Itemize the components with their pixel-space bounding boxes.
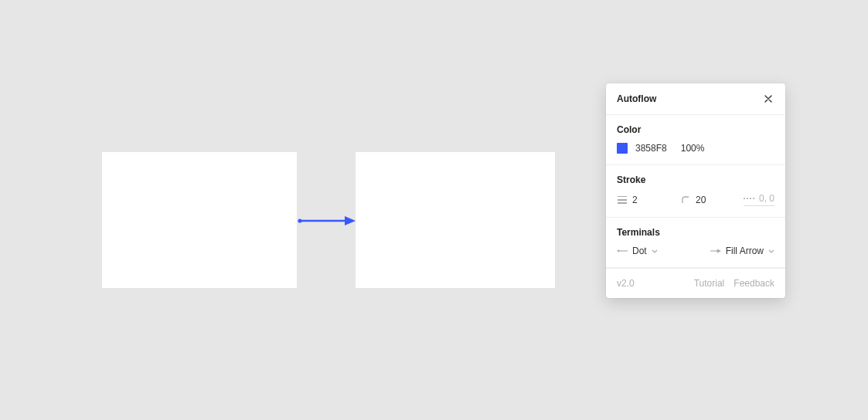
- panel-title: Autoflow: [617, 93, 656, 104]
- feedback-link[interactable]: Feedback: [734, 278, 774, 289]
- stroke-weight-value: 2: [632, 195, 646, 205]
- corner-radius-field[interactable]: 20: [680, 195, 710, 205]
- close-button[interactable]: [762, 93, 774, 105]
- dash-pattern-value: 0, 0: [759, 193, 774, 204]
- start-terminal-label: Dot: [632, 246, 647, 256]
- color-hex-input[interactable]: 3858F8: [635, 143, 667, 154]
- chevron-down-icon: [768, 249, 774, 253]
- corner-radius-value: 20: [696, 195, 710, 205]
- color-swatch[interactable]: [617, 143, 628, 154]
- color-section: Color 3858F8 100%: [606, 115, 785, 165]
- frame-a[interactable]: [102, 152, 297, 288]
- version-label: v2.0: [617, 278, 685, 289]
- corner-radius-icon: [680, 195, 691, 205]
- svg-point-10: [618, 250, 620, 252]
- panel-footer: v2.0 Tutorial Feedback: [606, 268, 785, 298]
- panel-header: Autoflow: [606, 83, 785, 115]
- terminals-section: Terminals Dot: [606, 218, 785, 268]
- stroke-section: Stroke 2 20: [606, 165, 785, 218]
- start-terminal-icon: [617, 246, 628, 256]
- svg-rect-9: [753, 198, 754, 199]
- svg-rect-5: [618, 202, 627, 204]
- close-icon: [764, 94, 773, 103]
- svg-rect-4: [618, 199, 627, 201]
- end-terminal-icon: [710, 246, 721, 256]
- chevron-down-icon: [652, 249, 658, 253]
- svg-marker-2: [345, 216, 356, 225]
- stroke-weight-field[interactable]: 2: [617, 195, 646, 205]
- svg-rect-7: [747, 198, 748, 199]
- svg-rect-6: [744, 198, 745, 199]
- start-terminal-select[interactable]: Dot: [617, 246, 658, 256]
- terminals-section-title: Terminals: [617, 227, 774, 238]
- svg-rect-8: [750, 198, 751, 199]
- tutorial-link[interactable]: Tutorial: [694, 278, 725, 289]
- svg-marker-13: [717, 249, 720, 252]
- dash-pattern-field[interactable]: 0, 0: [744, 193, 774, 206]
- end-terminal-select[interactable]: Fill Arrow: [710, 246, 774, 256]
- svg-point-1: [298, 218, 301, 222]
- frame-b[interactable]: [356, 152, 555, 288]
- connector-arrow: [297, 215, 356, 227]
- stroke-weight-icon: [617, 195, 628, 205]
- end-terminal-label: Fill Arrow: [726, 246, 764, 256]
- color-opacity-input[interactable]: 100%: [681, 143, 705, 154]
- dash-icon: [744, 193, 754, 204]
- color-section-title: Color: [617, 124, 774, 135]
- svg-rect-3: [618, 196, 627, 197]
- stroke-section-title: Stroke: [617, 174, 774, 185]
- autoflow-panel: Autoflow Color 3858F8 100% Stroke: [606, 83, 785, 298]
